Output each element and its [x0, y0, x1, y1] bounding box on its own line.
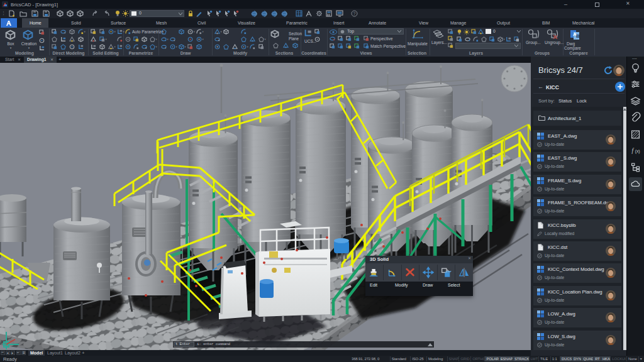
svg-text:f: f: [632, 148, 635, 154]
svg-text:(x): (x): [635, 149, 640, 154]
svg-text:?: ?: [353, 11, 356, 16]
svg-text:B: B: [576, 33, 580, 39]
